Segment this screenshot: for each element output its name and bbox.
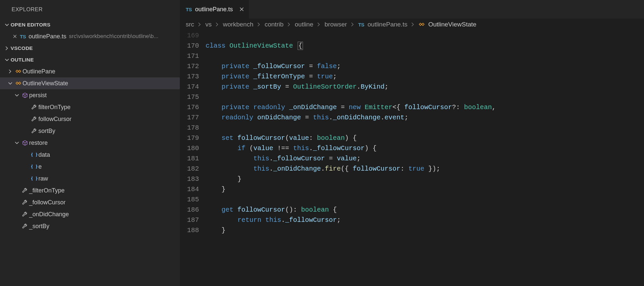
chevron-down-icon (7, 81, 14, 86)
outline-node-_sortby[interactable]: _sortBy (0, 220, 180, 232)
outline-node-persist-sortby[interactable]: sortBy (0, 125, 180, 137)
breadcrumb-item[interactable]: outline (295, 21, 313, 28)
breadcrumb-item[interactable]: src (186, 21, 194, 28)
breadcrumb-symbol[interactable]: OutlineViewState (428, 21, 476, 28)
outline-node-label: sortBy (38, 128, 55, 135)
code-editor[interactable]: 1691701711721731741751761771781791801811… (180, 30, 644, 286)
chevron-down-icon (13, 141, 21, 145)
chevron-right-icon (195, 22, 204, 27)
chevron-right-icon (255, 22, 263, 27)
method-icon (21, 93, 29, 98)
breadcrumb-item[interactable]: vs (205, 21, 212, 28)
chevron-right-icon (348, 22, 357, 27)
open-editors-header[interactable]: OPEN EDITORS (0, 19, 180, 30)
variable-icon (30, 164, 38, 169)
class-icon (14, 69, 23, 74)
outline-node-restore-e[interactable]: e (0, 161, 180, 173)
line-number-gutter: 1691701711721731741751761771781791801811… (180, 30, 206, 286)
chevron-right-icon (285, 22, 293, 27)
typescript-file-icon: TS (186, 7, 192, 12)
close-icon[interactable] (11, 34, 19, 39)
outline-node-label: OutlineViewState (23, 80, 68, 87)
outline-node-_filterontype[interactable]: _filterOnType (0, 184, 180, 196)
open-editor-path: src\vs\workbench\contrib\outline\b... (69, 33, 158, 40)
outline-node-label: restore (29, 140, 48, 146)
outline-tree: OutlinePane OutlineViewState persist fil… (0, 65, 180, 232)
outline-node-label: OutlinePane (23, 68, 55, 75)
chevron-right-icon (315, 22, 323, 27)
outline-node-_ondidchange[interactable]: _onDidChange (0, 208, 180, 220)
open-editors-label: OPEN EDITORS (11, 22, 50, 28)
outline-header[interactable]: OUTLINE (0, 54, 180, 65)
typescript-file-icon: TS (358, 22, 364, 27)
outline-label: OUTLINE (11, 57, 34, 63)
outline-node-label: data (38, 151, 50, 158)
tab-filename: outlinePane.ts (195, 6, 233, 13)
chevron-right-icon (7, 69, 14, 74)
breadcrumb-file[interactable]: outlinePane.ts (368, 21, 407, 28)
chevron-down-icon (3, 58, 11, 62)
property-icon (30, 104, 38, 110)
chevron-right-icon (409, 22, 417, 27)
outline-node-restore-data[interactable]: data (0, 149, 180, 161)
project-label: VSCODE (11, 45, 33, 51)
breadcrumb-item[interactable]: workbench (223, 21, 253, 28)
explorer-title: EXPLORER (0, 0, 180, 19)
property-icon (21, 223, 29, 229)
project-header[interactable]: VSCODE (0, 42, 180, 54)
outline-node-_followcursor[interactable]: _followCursor (0, 196, 180, 208)
tab-bar: TS outlinePane.ts (180, 0, 644, 19)
variable-icon (30, 176, 38, 181)
outline-node-label: _followCursor (29, 199, 66, 206)
outline-node-restore-raw[interactable]: raw (0, 173, 180, 184)
open-editor-filename: outlinePane.ts (28, 33, 66, 40)
editor-area: TS outlinePane.ts src vs workbench contr… (180, 0, 644, 286)
outline-node-label: e (38, 163, 42, 170)
method-icon (21, 140, 29, 146)
outline-node-label: followCursor (38, 116, 72, 123)
code-content[interactable]: class OutlineViewState { private _follow… (206, 30, 644, 286)
tab-outlinepane[interactable]: TS outlinePane.ts (180, 0, 249, 19)
chevron-right-icon (213, 22, 222, 27)
outline-node-label: _onDidChange (29, 211, 69, 218)
property-icon (21, 199, 29, 205)
chevron-down-icon (3, 22, 11, 27)
outline-node-label: filterOnType (38, 104, 71, 111)
class-icon (14, 81, 23, 86)
property-icon (30, 116, 38, 122)
typescript-file-icon: TS (20, 34, 26, 39)
outline-node-label: _filterOnType (29, 187, 65, 194)
breadcrumb-item[interactable]: contrib (265, 21, 283, 28)
outline-node-persist[interactable]: persist (0, 89, 180, 101)
explorer-sidebar: EXPLORER OPEN EDITORS TS outlinePane.ts … (0, 0, 180, 286)
breadcrumbs: src vs workbench contrib outline browser… (180, 19, 644, 30)
close-icon[interactable] (239, 7, 244, 12)
outline-node-persist-followcursor[interactable]: followCursor (0, 113, 180, 125)
outline-node-label: raw (38, 175, 48, 182)
outline-node-label: _sortBy (29, 223, 49, 230)
breadcrumb-item[interactable]: browser (324, 21, 347, 28)
property-icon (30, 128, 38, 134)
variable-icon (30, 152, 38, 157)
class-icon (419, 22, 425, 27)
outline-node-outlinepane[interactable]: OutlinePane (0, 65, 180, 77)
outline-node-label: persist (29, 92, 47, 99)
property-icon (21, 211, 29, 217)
outline-node-persist-filterontype[interactable]: filterOnType (0, 101, 180, 113)
property-icon (21, 187, 29, 193)
open-editor-item[interactable]: TS outlinePane.ts src\vs\workbench\contr… (0, 30, 180, 42)
outline-node-outlineviewstate[interactable]: OutlineViewState (0, 77, 180, 89)
outline-node-restore[interactable]: restore (0, 137, 180, 149)
chevron-right-icon (3, 46, 11, 51)
chevron-down-icon (13, 93, 21, 98)
